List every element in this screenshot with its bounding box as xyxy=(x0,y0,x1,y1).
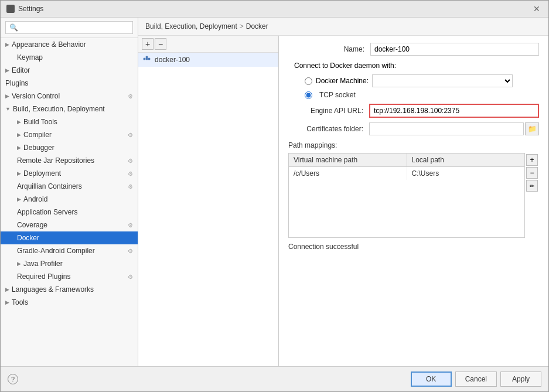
cert-browse-button[interactable]: 📁 xyxy=(525,122,539,135)
sidebar-item-required-plugins[interactable]: Required Plugins ⚙ xyxy=(1,270,138,283)
vm-path-cell: /c/Users xyxy=(289,167,407,180)
sidebar-item-label: Gradle-Android Compiler xyxy=(17,247,95,255)
sidebar-item-label: Arquillian Containers xyxy=(17,182,82,190)
sidebar-item-deployment[interactable]: ▶ Deployment ⚙ xyxy=(1,167,138,180)
sidebar-item-label: Java Profiler xyxy=(23,260,63,268)
cancel-button[interactable]: Cancel xyxy=(455,371,497,387)
sidebar-item-debugger[interactable]: ▶ Debugger xyxy=(1,141,138,154)
config-panel: Name: Connect to Docker daemon with: Doc… xyxy=(279,36,548,366)
apply-button[interactable]: Apply xyxy=(500,371,541,387)
sidebar-item-label: Remote Jar Repositories xyxy=(17,156,94,165)
path-mappings-section: Path mappings: Virtual machine path Loca… xyxy=(288,141,539,238)
breadcrumb: Build, Execution, Deployment > Docker xyxy=(138,18,548,36)
cert-input[interactable] xyxy=(369,122,524,135)
sidebar-item-coverage[interactable]: Coverage ⚙ xyxy=(1,219,138,231)
sidebar-item-plugins[interactable]: Plugins xyxy=(1,77,138,90)
gear-icon: ⚙ xyxy=(128,93,133,100)
sidebar-item-label: Required Plugins xyxy=(17,272,70,281)
docker-icon xyxy=(143,56,151,64)
sidebar-item-app-servers[interactable]: Application Servers xyxy=(1,206,138,219)
engine-api-input[interactable] xyxy=(369,104,539,118)
docker-machine-select[interactable] xyxy=(372,74,513,87)
sidebar-item-label: Docker xyxy=(17,234,39,242)
sidebar-item-version-control[interactable]: ▶ Version Control ⚙ xyxy=(1,90,138,103)
sidebar-item-keymap[interactable]: Keymap xyxy=(1,51,138,64)
docker-machine-radio[interactable] xyxy=(305,77,312,85)
cert-row: Certificates folder: 📁 xyxy=(305,122,539,135)
engine-api-row: Engine API URL: xyxy=(305,104,539,118)
gear-icon: ⚙ xyxy=(128,183,133,190)
sidebar-item-java-profiler[interactable]: ▶ Java Profiler xyxy=(1,257,138,270)
docker-list: + − docker-100 xyxy=(138,36,279,366)
sidebar-item-docker[interactable]: Docker xyxy=(1,231,138,244)
expand-arrow-icon: ▶ xyxy=(5,42,9,47)
gear-icon: ⚙ xyxy=(128,248,133,254)
breadcrumb-separator: > xyxy=(240,22,244,30)
sidebar-item-label: Deployment xyxy=(23,169,61,178)
docker-toolbar: + − xyxy=(138,36,278,53)
bottom-right: OK Cancel Apply xyxy=(411,371,541,387)
local-path-cell: C:\Users xyxy=(407,167,525,180)
sidebar-item-gradle-android[interactable]: Gradle-Android Compiler ⚙ xyxy=(1,244,138,257)
sidebar-item-build-execution[interactable]: ▼ Build, Execution, Deployment xyxy=(1,103,138,115)
sidebar-item-arquillian[interactable]: Arquillian Containers ⚙ xyxy=(1,180,138,193)
title-bar-left: Settings xyxy=(6,5,43,13)
sidebar-item-label: Build, Execution, Deployment xyxy=(13,105,105,113)
add-docker-button[interactable]: + xyxy=(142,38,154,50)
expand-arrow-icon: ▶ xyxy=(5,67,9,73)
close-button[interactable]: ✕ xyxy=(531,4,543,13)
bottom-bar: ? OK Cancel Apply xyxy=(1,366,548,391)
sidebar: ▶ Appearance & Behavior Keymap ▶ Editor … xyxy=(1,18,138,366)
sidebar-item-label: Version Control xyxy=(12,92,60,100)
sidebar-item-compiler[interactable]: ▶ Compiler ⚙ xyxy=(1,128,138,141)
help-button[interactable]: ? xyxy=(8,374,18,384)
local-path-header: Local path xyxy=(407,154,525,166)
sidebar-item-android[interactable]: ▶ Android xyxy=(1,193,138,206)
sidebar-item-editor[interactable]: ▶ Editor xyxy=(1,64,138,77)
remove-docker-button[interactable]: − xyxy=(155,38,166,50)
sidebar-item-label: Compiler xyxy=(23,131,52,139)
table-row[interactable]: /c/Users C:\Users xyxy=(289,167,524,180)
expand-arrow-icon: ▶ xyxy=(17,132,21,138)
bottom-left: ? xyxy=(8,374,18,384)
docker-item-name: docker-100 xyxy=(155,56,190,64)
sidebar-item-label: Coverage xyxy=(17,221,47,229)
sidebar-item-label: Android xyxy=(23,195,47,203)
sidebar-item-tools[interactable]: ▶ Tools xyxy=(1,296,138,309)
tcp-socket-row: TCP socket xyxy=(305,91,539,99)
sidebar-item-label: Application Servers xyxy=(17,208,77,216)
breadcrumb-part1: Build, Execution, Deployment xyxy=(145,22,237,30)
sidebar-item-languages[interactable]: ▶ Languages & Frameworks xyxy=(1,283,138,296)
sidebar-item-build-tools[interactable]: ▶ Build Tools xyxy=(1,115,138,128)
expand-arrow-icon: ▶ xyxy=(5,287,9,292)
vm-path-header: Virtual machine path xyxy=(289,154,407,166)
gear-icon: ⚙ xyxy=(128,132,133,138)
name-input[interactable] xyxy=(370,43,539,56)
docker-machine-label: Docker Machine: xyxy=(316,77,369,85)
path-table: Virtual machine path Local path /c/Users… xyxy=(288,153,525,238)
connection-status: Connection successful xyxy=(288,243,539,251)
gear-icon: ⚙ xyxy=(128,158,133,164)
cert-label: Certificates folder: xyxy=(305,125,369,133)
sidebar-item-appearance[interactable]: ▶ Appearance & Behavior xyxy=(1,38,138,51)
svg-rect-0 xyxy=(144,58,145,60)
path-table-actions: + − ✏ xyxy=(525,153,539,238)
docker-list-item[interactable]: docker-100 xyxy=(138,53,278,67)
sidebar-item-label: Tools xyxy=(12,298,28,306)
sidebar-item-label: Appearance & Behavior xyxy=(12,40,86,49)
tcp-socket-radio[interactable] xyxy=(305,91,312,99)
window-title: Settings xyxy=(18,5,43,13)
edit-path-button[interactable]: ✏ xyxy=(526,180,538,192)
sidebar-item-remote-jar[interactable]: Remote Jar Repositories ⚙ xyxy=(1,154,138,167)
main-panel: Build, Execution, Deployment > Docker + … xyxy=(138,18,548,366)
remove-path-button[interactable]: − xyxy=(526,167,538,179)
expand-arrow-icon: ▶ xyxy=(17,261,21,267)
search-input[interactable] xyxy=(5,21,133,34)
add-path-button[interactable]: + xyxy=(526,154,538,166)
engine-api-label: Engine API URL: xyxy=(305,107,369,115)
ok-button[interactable]: OK xyxy=(411,371,452,387)
expand-arrow-icon: ▶ xyxy=(17,145,21,151)
name-row: Name: xyxy=(288,43,539,56)
gear-icon: ⚙ xyxy=(128,171,133,177)
gear-icon: ⚙ xyxy=(128,274,133,280)
